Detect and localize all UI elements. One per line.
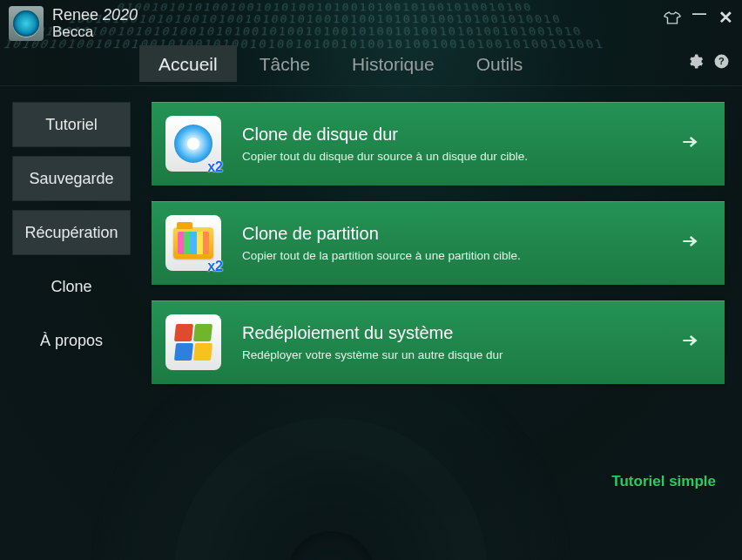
- tab-tache[interactable]: Tâche: [240, 45, 329, 82]
- card-texts: Redéploiement du système Redéployer votr…: [242, 323, 658, 361]
- disk-clone-icon: x2: [165, 116, 221, 172]
- app-title-main: Renee: [52, 6, 98, 24]
- content-area: Tutoriel Sauvegarde Récupération Clone À…: [0, 86, 742, 393]
- card-clone-partition[interactable]: x2 Clone de partition Copier tout de la …: [152, 201, 725, 285]
- x2-badge: x2: [207, 259, 223, 274]
- sidebar-item-recuperation[interactable]: Récupération: [12, 210, 131, 255]
- tutorial-simple-link[interactable]: Tutoriel simple: [611, 473, 716, 489]
- card-title: Redéploiement du système: [242, 323, 658, 343]
- app-title-year: 2020: [103, 6, 138, 24]
- footer: Tutoriel simple: [611, 473, 716, 490]
- main-tabs: Accueil Tâche Historique Outils: [0, 44, 742, 82]
- partition-clone-icon: x2: [165, 215, 221, 271]
- sidebar-item-tutoriel[interactable]: Tutoriel: [12, 102, 131, 147]
- tshirt-icon[interactable]: [663, 11, 680, 24]
- x2-badge: x2: [207, 159, 223, 175]
- minimize-icon[interactable]: —: [692, 6, 706, 22]
- tab-outils[interactable]: Outils: [457, 45, 543, 82]
- card-desc: Copier tout de la partition source à une…: [242, 249, 658, 262]
- close-icon[interactable]: ✕: [718, 7, 733, 28]
- sidebar-item-sauvegarde[interactable]: Sauvegarde: [12, 156, 131, 201]
- window-controls: — ✕: [663, 7, 733, 28]
- card-title: Clone de partition: [242, 224, 658, 244]
- app-window: 0100100110100010010100101001 10100100100…: [0, 0, 742, 560]
- sidebar-item-clone[interactable]: Clone: [12, 264, 131, 309]
- app-logo-icon: [9, 6, 44, 41]
- arrow-right-icon: [679, 329, 704, 355]
- card-texts: Clone de partition Copier tout de la par…: [242, 224, 658, 262]
- tab-accueil[interactable]: Accueil: [139, 45, 237, 82]
- sidebar-item-apropos[interactable]: À propos: [12, 318, 131, 363]
- app-title: Renee 2020 Becca: [52, 6, 138, 41]
- arrow-right-icon: [679, 131, 704, 157]
- app-title-sub: Becca: [52, 24, 138, 41]
- main-panel: x2 Clone de disque dur Copier tout du di…: [152, 102, 725, 384]
- card-desc: Copier tout du disque dur source à un di…: [242, 150, 658, 163]
- card-title: Clone de disque dur: [242, 125, 658, 145]
- card-clone-hdd[interactable]: x2 Clone de disque dur Copier tout du di…: [152, 102, 725, 186]
- tab-historique[interactable]: Historique: [333, 45, 454, 82]
- card-desc: Redéployer votre système sur un autre di…: [242, 348, 658, 361]
- card-redeploy-system[interactable]: Redéploiement du système Redéployer votr…: [152, 300, 725, 384]
- arrow-right-icon: [679, 230, 704, 256]
- title-bar: Renee 2020 Becca — ✕: [0, 0, 742, 44]
- sidebar: Tutoriel Sauvegarde Récupération Clone À…: [12, 102, 131, 384]
- windows-logo-icon: [165, 314, 221, 370]
- card-texts: Clone de disque dur Copier tout du disqu…: [242, 125, 658, 163]
